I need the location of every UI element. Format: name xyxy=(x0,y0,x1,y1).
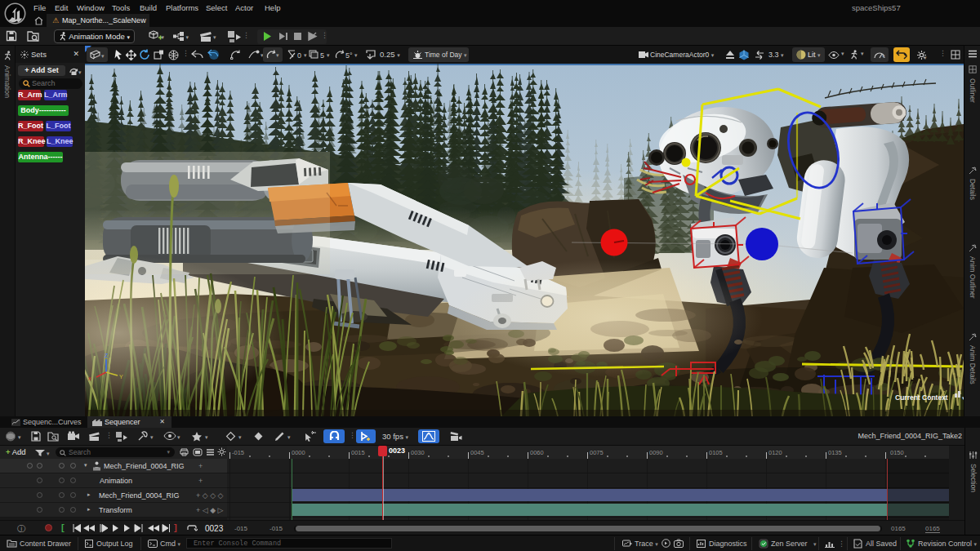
svg-text:▾: ▾ xyxy=(162,34,165,40)
svg-text:▾: ▾ xyxy=(354,52,358,58)
svg-text:5: 5 xyxy=(320,51,324,60)
svg-text:▾: ▾ xyxy=(101,53,105,59)
svg-text:▾: ▾ xyxy=(287,434,291,440)
svg-text:▾: ▾ xyxy=(177,434,180,440)
svg-text:▾: ▾ xyxy=(150,434,154,440)
svg-text:▾: ▾ xyxy=(276,52,279,58)
svg-text:▾: ▾ xyxy=(304,52,307,58)
svg-text:▾: ▾ xyxy=(78,69,82,75)
svg-text:▾: ▾ xyxy=(186,34,189,40)
svg-text:x: x xyxy=(88,375,91,381)
svg-text:Current Context: Current Context xyxy=(895,393,948,402)
svg-text:▾: ▾ xyxy=(238,434,242,440)
svg-text:▾: ▾ xyxy=(924,55,927,60)
svg-text:Y: Y xyxy=(119,374,123,380)
svg-text:▾: ▾ xyxy=(327,52,330,58)
svg-text:Z: Z xyxy=(105,353,109,358)
svg-text:▾: ▾ xyxy=(205,434,208,440)
svg-text:0: 0 xyxy=(297,51,301,60)
svg-text:▾: ▾ xyxy=(18,434,21,440)
svg-text:▾: ▾ xyxy=(882,53,885,59)
svg-text:▾: ▾ xyxy=(213,34,216,40)
svg-text:▾: ▾ xyxy=(47,451,50,456)
svg-text:5°: 5° xyxy=(345,51,353,60)
